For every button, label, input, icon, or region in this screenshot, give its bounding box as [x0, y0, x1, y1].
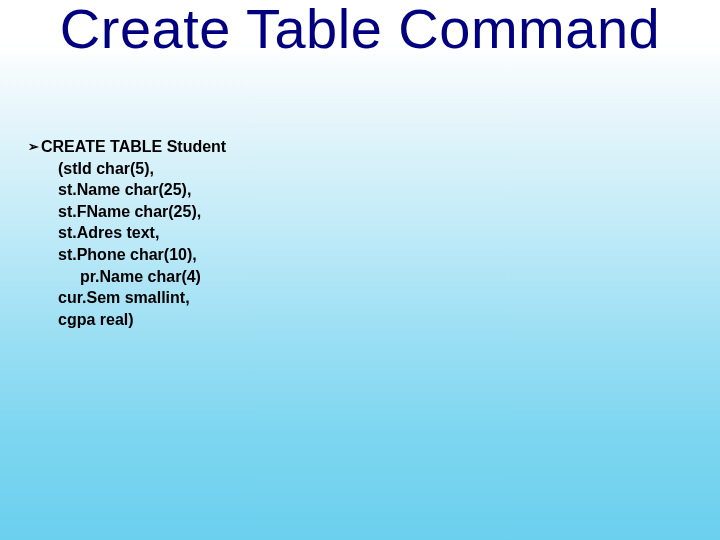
slide: Create Table Command ➢ CREATE TABLE Stud… — [0, 0, 720, 540]
code-line: st.Phone char(10), — [28, 244, 226, 266]
code-line: st.Adres text, — [28, 222, 226, 244]
bullet-text: CREATE TABLE Student — [41, 136, 226, 158]
code-line: cur.Sem smallint, — [28, 287, 226, 309]
bullet-row: ➢ CREATE TABLE Student — [28, 136, 226, 158]
chevron-right-icon: ➢ — [28, 138, 39, 156]
code-line: pr.Name char(4) — [28, 266, 226, 288]
slide-title: Create Table Command — [0, 0, 720, 59]
slide-content: ➢ CREATE TABLE Student (stId char(5), st… — [28, 136, 226, 330]
code-line: (stId char(5), — [28, 158, 226, 180]
code-line: cgpa real) — [28, 309, 226, 331]
code-line: st.FName char(25), — [28, 201, 226, 223]
code-line: st.Name char(25), — [28, 179, 226, 201]
